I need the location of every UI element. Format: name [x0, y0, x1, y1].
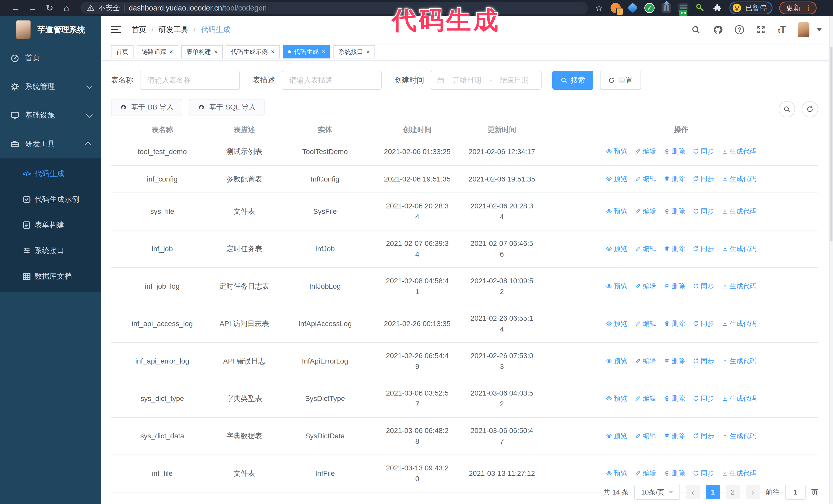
- row-action-preview[interactable]: 预览: [606, 146, 627, 157]
- security-label[interactable]: 不安全: [98, 3, 120, 13]
- close-icon[interactable]: ×: [214, 49, 218, 55]
- close-icon[interactable]: ×: [366, 49, 370, 55]
- row-action-delete[interactable]: 删除: [664, 356, 685, 366]
- row-action-delete[interactable]: 删除: [664, 318, 685, 329]
- row-action-edit[interactable]: 编辑: [635, 430, 656, 441]
- row-action-preview[interactable]: 预览: [606, 468, 627, 479]
- text-size-icon[interactable]: tT: [778, 24, 786, 35]
- row-action-preview[interactable]: 预览: [606, 393, 627, 404]
- row-action-preview[interactable]: 预览: [606, 430, 627, 441]
- sidebar-item-devtools[interactable]: 研发工具: [0, 130, 101, 159]
- row-action-sync[interactable]: 同步: [693, 146, 714, 157]
- extension-icon-check[interactable]: ✓: [644, 2, 655, 14]
- next-page-button[interactable]: ›: [745, 485, 760, 499]
- import-sql-button[interactable]: 基于 SQL 导入: [189, 99, 264, 115]
- help-icon[interactable]: ?: [735, 25, 744, 34]
- extension-icon-key[interactable]: [695, 2, 706, 14]
- row-action-delete[interactable]: 删除: [664, 243, 685, 254]
- tab-form-builder[interactable]: 表单构建×: [181, 45, 223, 58]
- row-action-sync[interactable]: 同步: [693, 430, 714, 441]
- breadcrumb-devtools[interactable]: 研发工具: [159, 25, 188, 35]
- tab-codegen-example[interactable]: 代码生成示例×: [226, 45, 280, 58]
- github-icon[interactable]: [713, 25, 723, 35]
- bookmark-star-icon[interactable]: ☆: [595, 3, 603, 13]
- row-action-delete[interactable]: 删除: [664, 393, 685, 404]
- row-action-delete[interactable]: 删除: [664, 146, 685, 157]
- row-action-preview[interactable]: 预览: [606, 173, 627, 184]
- extension-icon-gem[interactable]: [627, 2, 638, 14]
- url-text[interactable]: dashboard.yudao.iocoder.cn/tool/codegen: [129, 4, 267, 12]
- sidebar-item-db-doc[interactable]: 数据库文档: [0, 264, 101, 289]
- import-db-button[interactable]: 基于 DB 导入: [111, 99, 182, 115]
- row-action-delete[interactable]: 删除: [664, 281, 685, 291]
- browser-reload-icon[interactable]: ↻: [41, 0, 58, 16]
- close-icon[interactable]: ×: [169, 49, 173, 55]
- row-action-generate[interactable]: 生成代码: [722, 146, 756, 157]
- row-action-generate[interactable]: 生成代码: [722, 430, 756, 441]
- sidebar-item-codegen[interactable]: </> 代码生成: [0, 161, 101, 187]
- table-name-input[interactable]: [140, 71, 240, 90]
- row-action-sync[interactable]: 同步: [693, 318, 714, 329]
- tab-system-api[interactable]: 系统接口×: [333, 45, 375, 58]
- row-action-edit[interactable]: 编辑: [635, 468, 656, 479]
- row-action-generate[interactable]: 生成代码: [722, 356, 756, 366]
- reset-button[interactable]: 重置: [600, 71, 641, 90]
- row-action-generate[interactable]: 生成代码: [722, 468, 756, 479]
- row-action-edit[interactable]: 编辑: [635, 146, 656, 157]
- sidebar-item-codegen-example[interactable]: 代码生成示例: [0, 187, 101, 212]
- logo-row[interactable]: 芋道管理系统: [0, 16, 101, 44]
- row-action-generate[interactable]: 生成代码: [722, 173, 756, 184]
- goto-page-input[interactable]: [785, 485, 806, 500]
- row-action-preview[interactable]: 预览: [606, 281, 627, 291]
- breadcrumb-home[interactable]: 首页: [132, 25, 146, 35]
- row-action-sync[interactable]: 同步: [693, 356, 714, 366]
- row-action-sync[interactable]: 同步: [693, 206, 714, 217]
- row-action-delete[interactable]: 删除: [664, 468, 685, 479]
- extension-icon-sliders[interactable]: [661, 2, 672, 14]
- row-action-preview[interactable]: 预览: [606, 356, 627, 366]
- page-button-2[interactable]: 2: [725, 485, 740, 499]
- sidebar-item-system[interactable]: 系统管理: [0, 72, 101, 101]
- vertical-scrollbar[interactable]: [829, 16, 833, 504]
- row-action-generate[interactable]: 生成代码: [722, 393, 756, 404]
- close-icon[interactable]: ×: [271, 49, 275, 55]
- row-action-sync[interactable]: 同步: [693, 468, 714, 479]
- sidebar-item-form-builder[interactable]: 表单构建: [0, 212, 101, 238]
- row-action-preview[interactable]: 预览: [606, 206, 627, 217]
- table-desc-input[interactable]: [282, 71, 382, 90]
- browser-back-icon[interactable]: ←: [7, 0, 24, 16]
- tab-trace[interactable]: 链路追踪×: [137, 45, 178, 58]
- browser-home-icon[interactable]: ⌂: [58, 0, 75, 16]
- browser-forward-icon[interactable]: →: [24, 0, 41, 16]
- address-bar[interactable]: 不安全 dashboard.yudao.iocoder.cn/tool/code…: [80, 2, 588, 14]
- row-action-generate[interactable]: 生成代码: [722, 243, 756, 254]
- row-action-edit[interactable]: 编辑: [635, 318, 656, 329]
- row-action-edit[interactable]: 编辑: [635, 243, 656, 254]
- row-action-generate[interactable]: 生成代码: [722, 206, 756, 217]
- tab-codegen[interactable]: 代码生成×: [283, 45, 330, 58]
- page-size-select[interactable]: 10条/页: [634, 485, 680, 500]
- row-action-delete[interactable]: 删除: [664, 430, 685, 441]
- extension-icon-orange[interactable]: 1: [610, 2, 621, 14]
- search-button[interactable]: 搜索: [552, 71, 593, 90]
- row-action-edit[interactable]: 编辑: [635, 173, 656, 184]
- row-action-edit[interactable]: 编辑: [635, 356, 656, 366]
- refresh-table-button[interactable]: [802, 101, 818, 117]
- fullscreen-icon[interactable]: [756, 25, 766, 35]
- sidebar-item-home[interactable]: 首页: [0, 44, 101, 72]
- toggle-search-button[interactable]: [779, 101, 795, 117]
- sidebar-item-infra[interactable]: 基础设施: [0, 101, 101, 130]
- avatar[interactable]: [798, 22, 809, 37]
- row-action-delete[interactable]: 删除: [664, 206, 685, 217]
- row-action-sync[interactable]: 同步: [693, 173, 714, 184]
- browser-update-button[interactable]: 更新 ⋮: [779, 2, 816, 14]
- hamburger-icon[interactable]: [111, 26, 121, 33]
- date-range-picker[interactable]: 开始日期 - 结束日期: [431, 71, 542, 90]
- close-icon[interactable]: ×: [322, 49, 325, 55]
- row-action-preview[interactable]: 预览: [606, 318, 627, 329]
- browser-menu-icon[interactable]: ⋮: [805, 6, 812, 10]
- row-action-generate[interactable]: 生成代码: [722, 281, 756, 291]
- row-action-generate[interactable]: 生成代码: [722, 318, 756, 329]
- row-action-edit[interactable]: 编辑: [635, 206, 656, 217]
- row-action-sync[interactable]: 同步: [693, 281, 714, 291]
